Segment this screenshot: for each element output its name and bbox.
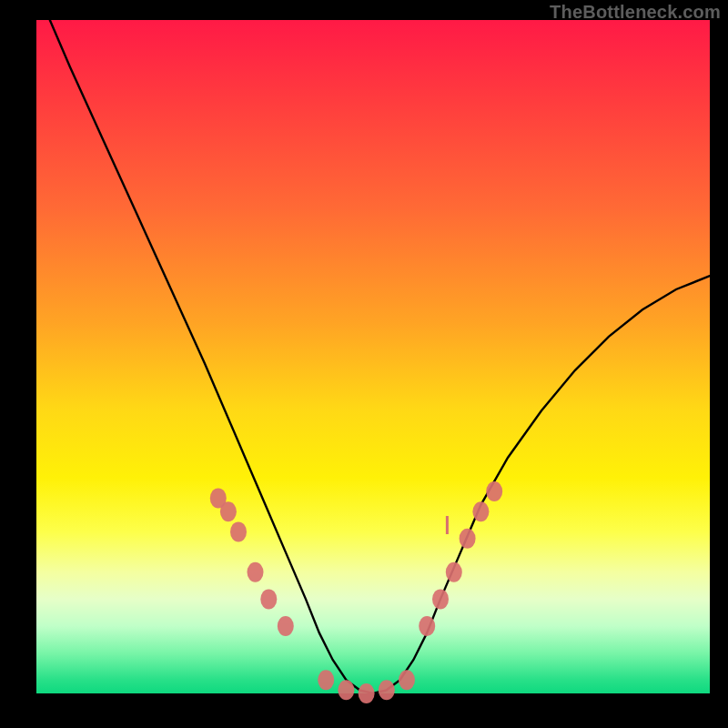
marker-dot	[419, 616, 435, 636]
marker-dot	[472, 501, 489, 521]
marker-group	[210, 481, 502, 703]
marker-dot	[359, 683, 375, 703]
tick-glyph	[446, 516, 449, 534]
marker-dot	[230, 521, 247, 541]
marker-dot	[278, 616, 294, 636]
marker-dot	[432, 589, 449, 609]
marker-dot	[486, 481, 502, 501]
marker-dot	[379, 680, 395, 700]
chart-frame: TheBottleneck.com	[0, 0, 728, 728]
marker-dot	[399, 670, 415, 690]
marker-dot	[248, 562, 264, 582]
marker-dot	[260, 589, 277, 609]
marker-dot	[446, 562, 462, 582]
plot-svg	[36, 20, 710, 693]
annotation-group	[446, 516, 449, 534]
bottleneck-curve	[50, 20, 710, 693]
marker-dot	[460, 529, 476, 549]
plot-area	[36, 20, 710, 693]
marker-dot	[338, 680, 354, 700]
marker-dot	[318, 670, 334, 690]
marker-dot	[220, 501, 237, 521]
